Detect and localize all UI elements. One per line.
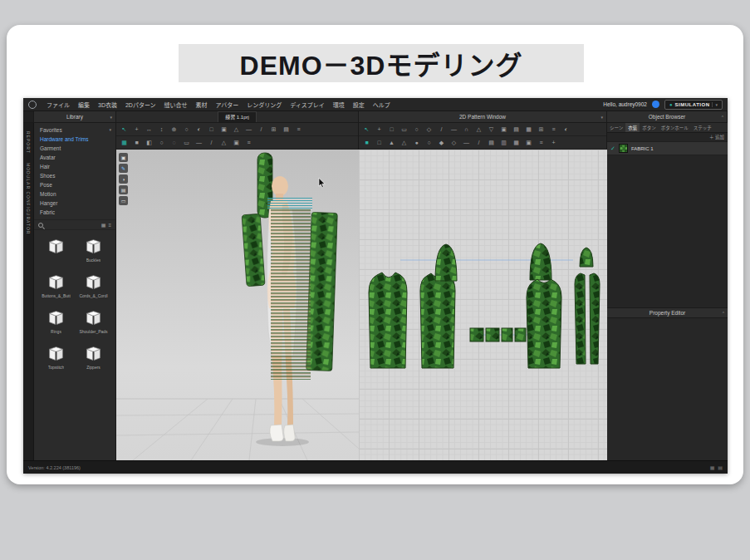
toolbar-icon[interactable]: △ — [474, 125, 483, 134]
library-nav-item[interactable]: Avatar — [34, 153, 115, 162]
toolbar-icon[interactable]: ▣ — [219, 125, 228, 134]
toolbar-icon[interactable]: ■ — [132, 138, 141, 147]
toolbar-icon[interactable]: ▣ — [499, 125, 508, 134]
add-fabric-button[interactable]: ＋ 追加 — [709, 134, 724, 140]
pattern-piece-facing[interactable] — [575, 273, 586, 364]
library-nav-item[interactable]: Hair — [34, 162, 115, 171]
layout-rows-icon[interactable]: ▤ — [718, 464, 723, 470]
menu-item[interactable]: 2Dパターン — [121, 101, 160, 109]
toolbar-icon[interactable]: ↕ — [157, 125, 166, 134]
toolbar-icon[interactable]: ∩ — [462, 125, 471, 134]
toolbar-icon[interactable]: □ — [387, 125, 396, 134]
toolbar-icon[interactable]: ○ — [424, 138, 434, 147]
menu-item[interactable]: レンダリング — [243, 101, 286, 109]
toolbar-icon[interactable]: ○ — [412, 125, 421, 134]
mini-toolbar-icon[interactable]: ◑ — [119, 174, 128, 184]
toolbar-icon[interactable]: ◇ — [449, 138, 458, 147]
toolbar-icon[interactable]: ◇ — [424, 125, 434, 134]
library-item[interactable]: Buttons_&_Butt — [37, 273, 75, 298]
toolbar-icon[interactable]: △ — [232, 125, 241, 134]
grid-view-icon[interactable]: ▦ — [101, 222, 106, 228]
library-nav-item[interactable]: Shoes — [34, 171, 115, 180]
chevron-down-icon[interactable]: ▾ — [712, 102, 718, 107]
pattern-piece-back[interactable] — [420, 273, 455, 368]
toolbar-icon[interactable]: △ — [219, 138, 228, 147]
pattern-piece-band[interactable] — [502, 328, 512, 341]
toolbar-icon[interactable]: ↖ — [120, 125, 129, 134]
pattern-piece-sleeve[interactable] — [435, 244, 457, 281]
simulation-button[interactable]: ● SIMULATION ▾ — [664, 100, 723, 110]
object-browser-tab[interactable]: シーン — [607, 123, 625, 132]
menu-item[interactable]: アバター — [212, 101, 243, 109]
menu-item[interactable]: 素材 — [192, 101, 212, 109]
toolbar-icon[interactable]: + — [375, 125, 384, 134]
toolbar-icon[interactable]: ▥ — [499, 138, 508, 147]
2d-canvas[interactable] — [359, 150, 607, 460]
menu-item[interactable]: 3D衣装 — [94, 101, 121, 109]
pattern-piece-facing[interactable] — [590, 273, 600, 364]
toolbar-icon[interactable]: ▦ — [524, 125, 533, 134]
toolbar-icon[interactable]: ● — [412, 138, 421, 147]
search-icon[interactable] — [38, 223, 43, 228]
pattern-piece-band[interactable] — [486, 328, 499, 341]
library-nav-item[interactable]: Garment — [34, 144, 115, 153]
library-nav-item[interactable]: Hardware and Trims — [34, 135, 115, 144]
toolbar-icon[interactable]: ≡ — [537, 138, 546, 147]
library-item[interactable]: Rings — [37, 309, 75, 334]
toolbar-icon[interactable]: / — [257, 125, 266, 134]
toolbar-icon[interactable]: ▣ — [524, 138, 533, 147]
list-view-icon[interactable]: ≡ — [108, 223, 111, 228]
object-browser-tab[interactable]: ボタンホール — [659, 123, 691, 132]
toolbar-icon[interactable]: ↔ — [145, 125, 154, 134]
layout-grid-icon[interactable]: ▦ — [710, 464, 715, 470]
pattern-piece-band[interactable] — [515, 328, 526, 341]
toolbar-icon[interactable]: □ — [375, 138, 384, 147]
menu-item[interactable]: ヘルプ — [369, 101, 395, 109]
library-nav-item[interactable]: Favorites ▾ — [34, 125, 115, 135]
toolbar-icon[interactable]: ≡ — [244, 138, 253, 147]
pattern-piece-band[interactable] — [470, 328, 483, 341]
toolbar-icon[interactable]: ◧ — [145, 138, 154, 147]
3d-canvas[interactable]: ▣✎◑▤▭ — [116, 150, 359, 460]
pattern-piece-sleeve[interactable] — [530, 243, 551, 280]
toolbar-icon[interactable]: / — [207, 138, 216, 147]
pattern-piece-cap[interactable] — [580, 248, 593, 267]
toolbar-icon[interactable]: ≡ — [294, 125, 303, 134]
toolbar-icon[interactable]: ▤ — [282, 125, 291, 134]
menu-item[interactable]: 環境 — [329, 101, 349, 109]
library-nav-item[interactable]: Motion — [34, 189, 115, 199]
toolbar-icon[interactable]: ■ — [362, 138, 371, 147]
toolbar-icon[interactable]: — — [244, 125, 253, 134]
collapse-icon[interactable]: ^ — [722, 115, 723, 120]
library-item[interactable]: Shoulder_Pads — [75, 309, 112, 334]
toolbar-icon[interactable]: ▭ — [182, 138, 191, 147]
object-browser-tab[interactable]: ボタン — [640, 123, 659, 132]
mini-toolbar-icon[interactable]: ✎ — [119, 164, 128, 173]
toolbar-icon[interactable]: ▦ — [120, 138, 129, 147]
toolbar-icon[interactable]: ○ — [182, 125, 191, 134]
toolbar-icon[interactable]: — — [449, 125, 458, 134]
toolbar-icon[interactable]: ◌ — [169, 138, 179, 147]
toolbar-icon[interactable]: ↖ — [362, 125, 371, 134]
library-nav-item[interactable]: Pose — [34, 180, 115, 189]
mini-toolbar-icon[interactable]: ▭ — [119, 196, 128, 205]
toolbar-icon[interactable]: □ — [207, 125, 216, 134]
library-item[interactable]: Buckles — [75, 238, 112, 263]
menu-item[interactable]: ファイル — [42, 101, 74, 109]
toolbar-icon[interactable]: ⊕ — [169, 125, 179, 134]
library-item[interactable] — [37, 238, 75, 263]
toolbar-icon[interactable]: + — [132, 125, 141, 134]
toolbar-icon[interactable]: — — [194, 138, 203, 147]
side-vertical-tab[interactable]: REPORT — [26, 131, 31, 154]
library-nav-item[interactable]: Hanger — [34, 199, 115, 208]
object-browser-tab[interactable]: 衣装 — [625, 123, 640, 132]
toolbar-icon[interactable]: ◐ — [561, 125, 571, 134]
toolbar-icon[interactable]: ▣ — [232, 138, 241, 147]
toolbar-icon[interactable]: ▭ — [400, 125, 409, 134]
toolbar-icon[interactable]: ⊞ — [269, 125, 278, 134]
object-browser-tab[interactable]: ステッチ — [691, 123, 714, 132]
toolbar-icon[interactable]: ▤ — [512, 125, 521, 134]
menu-item[interactable]: 編集 — [74, 101, 94, 109]
pattern-piece-front[interactable] — [369, 273, 407, 368]
toolbar-icon[interactable]: + — [549, 138, 558, 147]
